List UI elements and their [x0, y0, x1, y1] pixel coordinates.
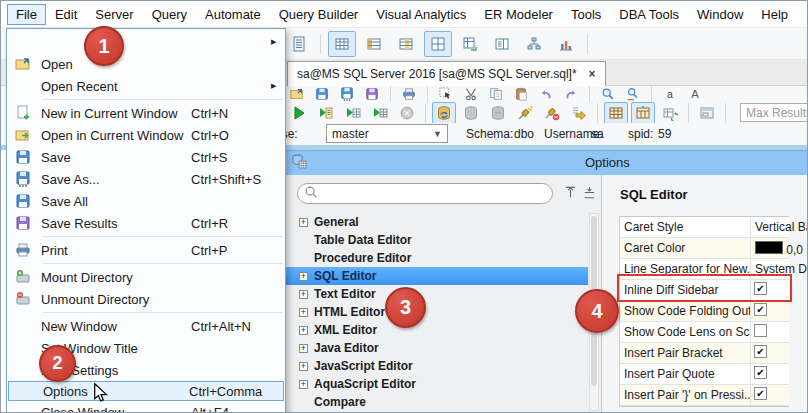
redo-button[interactable] — [561, 85, 581, 103]
setting-value[interactable]: Vertical Ba — [751, 217, 789, 237]
tree-item-table-data-editor[interactable]: Table Data Editor — [285, 231, 588, 249]
undo-button[interactable] — [536, 85, 556, 103]
printer-button[interactable] — [399, 85, 419, 103]
tree-expander-icon[interactable]: + — [299, 326, 308, 335]
db-gray2-button[interactable] — [486, 102, 510, 124]
database-dropdown[interactable]: master ▼ — [326, 124, 448, 143]
menu-tools[interactable]: Tools — [562, 4, 610, 25]
cut-button[interactable] — [461, 85, 481, 103]
expand-all-icon[interactable] — [563, 185, 578, 204]
menu-query-builder[interactable]: Query Builder — [270, 4, 367, 25]
stop-button[interactable] — [395, 102, 419, 124]
connect-button[interactable] — [513, 102, 537, 124]
file-menu-item-open-recent[interactable]: Open Recent▶ — [7, 75, 285, 97]
run-table-button[interactable] — [368, 102, 392, 124]
tree-expander-icon[interactable]: + — [299, 290, 308, 299]
file-menu-item-print[interactable]: PrintCtrl+P — [7, 239, 285, 261]
file-menu-item-new-in-current-window[interactable]: New in Current WindowCtrl+N — [7, 102, 285, 124]
menu-dba-tools[interactable]: DBA Tools — [610, 4, 688, 25]
setting-value[interactable]: ✔ — [751, 280, 789, 300]
grid-sync-button[interactable] — [456, 31, 484, 57]
file-menu-item-save-as[interactable]: Save As...Ctrl+Shift+S — [7, 168, 285, 190]
find-button[interactable] — [598, 85, 618, 103]
table-grid-button[interactable] — [328, 31, 356, 57]
menu-edit[interactable]: Edit — [46, 4, 86, 25]
tab-close-icon[interactable]: × — [589, 67, 596, 81]
folder-open-button[interactable] — [287, 85, 307, 103]
tree-item-xml-editor[interactable]: +XML Editor — [285, 321, 588, 339]
tree-expander-icon[interactable]: + — [299, 272, 308, 281]
report-design-button[interactable] — [285, 31, 313, 57]
menu-server[interactable]: Server — [86, 4, 142, 25]
tree-item-javascript-editor[interactable]: +JavaScript Editor — [285, 357, 588, 375]
setting-value[interactable] — [751, 322, 789, 342]
setting-value[interactable]: ✔ — [751, 301, 789, 321]
tree-item-aquascript-editor[interactable]: +AquaScript Editor — [285, 375, 588, 393]
floppy-button[interactable] — [312, 85, 332, 103]
case-lower-button[interactable]: a — [660, 85, 680, 103]
db-refresh-button[interactable] — [432, 102, 456, 124]
checkbox-checked[interactable]: ✔ — [754, 387, 767, 400]
run-script-button[interactable] — [314, 102, 338, 124]
list-view-button[interactable] — [488, 31, 516, 57]
checkbox-checked[interactable]: ✔ — [754, 366, 767, 379]
disconnect-button[interactable] — [540, 102, 564, 124]
window-export-button[interactable] — [695, 102, 719, 124]
file-menu-item-blank[interactable]: ▶ — [7, 31, 285, 53]
file-menu-item-options[interactable]: OptionsCtrl+Comma — [8, 381, 284, 401]
setting-value[interactable]: ✔ — [751, 343, 789, 363]
setting-value[interactable]: 0,0 — [751, 238, 789, 258]
file-menu-item-save-all[interactable]: Save All — [7, 190, 285, 212]
tree-item-java-editor[interactable]: +Java Editor — [285, 339, 588, 357]
file-menu-item-unmount-directory[interactable]: Unmount Directory — [7, 288, 285, 310]
max-results-input[interactable] — [740, 103, 808, 122]
setting-value[interactable]: ✔ — [751, 385, 789, 405]
tree-item-text-editor[interactable]: +Text Editor — [285, 285, 588, 303]
result-grid-button[interactable] — [604, 102, 628, 124]
table-left-button[interactable] — [360, 31, 388, 57]
setting-value[interactable]: System De — [751, 259, 789, 279]
checkbox-unchecked[interactable] — [754, 324, 767, 337]
tree-expander-icon[interactable]: + — [299, 308, 308, 317]
menu-file[interactable]: File — [7, 4, 46, 25]
paste-button[interactable] — [511, 85, 531, 103]
bar-chart-button[interactable] — [552, 31, 580, 57]
result-pivot-button[interactable] — [631, 102, 655, 124]
menu-window[interactable]: Window — [688, 4, 752, 25]
color-swatch[interactable] — [755, 241, 783, 254]
tree-expander-icon[interactable]: + — [299, 380, 308, 389]
file-menu-item-close-window[interactable]: Close WindowAlt+F4 — [7, 401, 285, 413]
file-menu-item-open[interactable]: Open — [7, 53, 285, 75]
menu-er-modeler[interactable]: ER Modeler — [475, 4, 562, 25]
tree-item-sql-editor[interactable]: +SQL Editor — [285, 267, 588, 285]
tree-expander-icon[interactable]: + — [299, 362, 308, 371]
commit-button[interactable] — [567, 102, 591, 124]
org-chart-button[interactable] — [520, 31, 548, 57]
checkbox-checked[interactable]: ✔ — [754, 282, 767, 295]
collapse-all-icon[interactable] — [582, 185, 597, 204]
menu-query[interactable]: Query — [143, 4, 196, 25]
checkbox-checked[interactable]: ✔ — [754, 303, 767, 316]
file-menu-item-save[interactable]: SaveCtrl+S — [7, 146, 285, 168]
menu-help[interactable]: Help — [752, 4, 797, 25]
file-menu-item-save-results[interactable]: Save ResultsCtrl+R — [7, 212, 285, 234]
menu-automate[interactable]: Automate — [196, 4, 270, 25]
options-search-input[interactable] — [322, 186, 546, 202]
checkbox-checked[interactable]: ✔ — [754, 345, 767, 358]
tree-item-html-editor[interactable]: +HTML Editor — [285, 303, 588, 321]
grid-large-button[interactable] — [424, 31, 452, 57]
floppy-results-button[interactable] — [362, 85, 382, 103]
run-grid-button[interactable] — [341, 102, 365, 124]
tree-expander-icon[interactable]: + — [299, 218, 308, 227]
options-search-box[interactable] — [297, 183, 553, 204]
tree-item-compare[interactable]: Compare — [285, 393, 588, 411]
tree-item-general[interactable]: +General — [285, 213, 588, 231]
file-menu-item-open-in-current-window[interactable]: Open in Current WindowCtrl+O — [7, 124, 285, 146]
table-col-button[interactable] — [392, 31, 420, 57]
setting-value[interactable]: ✔ — [751, 364, 789, 384]
file-menu-item-new-window[interactable]: New WindowCtrl+Alt+N — [7, 315, 285, 337]
db-gray-button[interactable] — [459, 102, 483, 124]
file-menu-item-mount-directory[interactable]: Mount Directory — [7, 266, 285, 288]
tree-item-procedure-editor[interactable]: Procedure Editor — [285, 249, 588, 267]
case-upper-button[interactable]: A — [685, 85, 705, 103]
